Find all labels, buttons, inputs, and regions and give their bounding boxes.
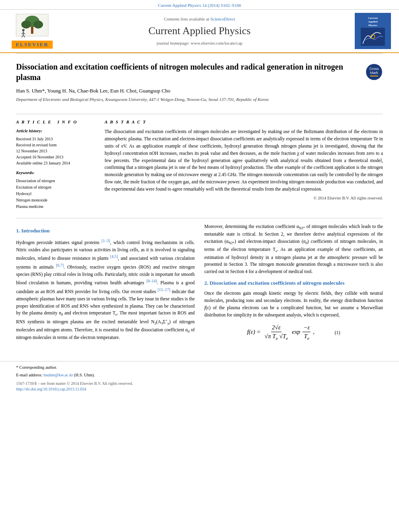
article-title-area: Dissociation and excitation coefficients… (16, 62, 359, 107)
article-title-section: Dissociation and excitation coefficients… (16, 62, 383, 110)
ref-6-7: [6,7] (56, 263, 64, 267)
journal-title: Current Applied Physics (64, 24, 335, 38)
history-label: Article history: (16, 128, 97, 134)
keyword-3: Hydroxyl (16, 191, 97, 197)
ref-1-3: [1–3] (101, 238, 110, 243)
intro-paragraph: Hydrogen peroxide initiates signal prote… (16, 238, 195, 341)
svg-text:Mark: Mark (370, 71, 378, 75)
footnote-asterisk: * Corresponding author. (16, 365, 57, 370)
keyword-2: Excitation of nitrogen (16, 184, 97, 191)
copyright-text: 1567-1739/$ – see front matter © 2014 El… (16, 381, 383, 386)
keyword-4: Nitrogen monoxide (16, 197, 97, 203)
article-info-heading: A R T I C L E I N F O (16, 119, 97, 125)
email-label: E-mail address: (16, 373, 43, 377)
keywords-list: Dissociation of nitrogen Excitation of n… (16, 178, 97, 210)
crossmark-icon: Cross Mark (365, 63, 383, 81)
svg-point-5 (22, 29, 25, 31)
email-line: E-mail address: hsuhm@kw.ac.kr (H.S. Uhm… (16, 372, 383, 378)
svg-point-3 (33, 21, 43, 29)
formula-1: f(ε) = 2√ε √π Te √Te exp −ε Te , (247, 323, 315, 342)
elsevier-logo-area: ELSEVIER (8, 13, 56, 49)
crossmark-badge: Cross Mark (365, 63, 383, 83)
article-authors: Han S. Uhm*, Young H. Na, Chae-Bok Lee, … (16, 87, 359, 94)
keyword-5: Plasma medicine (16, 203, 97, 210)
keywords-label: Keywords: (16, 170, 97, 176)
ref-8-14: [8–14] (146, 279, 157, 283)
corresponding-author-note: * Corresponding author. (16, 365, 383, 371)
section-1-number: 1. (16, 228, 21, 234)
article-right-column: Moreover, determining the excitation coe… (204, 223, 383, 347)
abstract-heading: A B S T R A C T (105, 119, 383, 125)
abstract-copyright: © 2014 Elsevier B.V. All rights reserved… (105, 195, 383, 201)
section-1-title: Introduction (21, 228, 50, 234)
ref-15-17: [15–17] (158, 288, 171, 292)
svg-text:Cross: Cross (369, 67, 379, 71)
keyword-1: Dissociation of nitrogen (16, 178, 97, 184)
journal-homepage: journal homepage: www.elsevier.com/locat… (64, 40, 335, 46)
article-dates: Received 31 July 2013 Received in revise… (16, 136, 97, 166)
footer-copyright: 1567-1739/$ – see front matter © 2014 El… (16, 381, 383, 392)
contents-available-text: Contents lists available at ScienceDirec… (64, 16, 335, 22)
authors-text: Han S. Uhm*, Young H. Na, Chae-Bok Lee, … (16, 88, 170, 94)
page-container: Current Applied Physics 14 (2014) S162–S… (0, 0, 399, 532)
section-2-title-text: Dissociation and excitation coefficients… (210, 280, 345, 286)
elsevier-wordmark: ELSEVIER (12, 41, 53, 49)
elsevier-tree-icon (14, 13, 50, 41)
formula-1-container: f(ε) = 2√ε √π Te √Te exp −ε Te , (1) (204, 323, 383, 342)
sciencedirect-link[interactable]: ScienceDirect (210, 16, 235, 21)
received-revised: Received in revised form (16, 142, 97, 148)
cover-image-icon (361, 28, 385, 46)
doi-link[interactable]: http://dx.doi.org/10.1016/j.cap.2013.11.… (16, 386, 383, 392)
svg-rect-11 (361, 28, 385, 46)
received-revised-date: 12 November 2013 (16, 148, 97, 154)
article-title: Dissociation and excitation coefficients… (16, 62, 359, 82)
email-suffix: (H.S. Uhm). (74, 373, 95, 377)
formula-1-number: (1) (335, 329, 340, 336)
svg-point-2 (21, 21, 31, 29)
cover-label: CurrentAppliedPhysics (368, 16, 378, 27)
article-info-abstract-section: A R T I C L E I N F O Article history: R… (16, 114, 383, 210)
journal-ref-text: Current Applied Physics 14 (2014) S162–S… (158, 3, 241, 8)
article-body: Dissociation and excitation coefficients… (0, 53, 399, 355)
abstract-text: The dissociation and excitation coeffici… (105, 128, 383, 193)
received-date: Received 31 July 2013 (16, 136, 97, 142)
journal-reference-bar: Current Applied Physics 14 (2014) S162–S… (0, 0, 399, 9)
accepted-date: Accepted 16 November 2013 (16, 154, 97, 160)
content-separator (16, 218, 383, 218)
article-left-column: 1. Introduction Hydrogen peroxide initia… (16, 223, 195, 347)
section-2-number: 2. (204, 280, 210, 286)
article-affiliation: Department of Electronic and Biological … (16, 97, 359, 103)
journal-title-area: Contents lists available at ScienceDirec… (56, 16, 343, 46)
article-content-area: 1. Introduction Hydrogen peroxide initia… (16, 223, 383, 347)
intro-continuation: Moreover, determining the excitation coe… (204, 223, 383, 275)
author-email-link[interactable]: hsuhm@kw.ac.kr (43, 373, 73, 377)
journal-cover-thumbnail: CurrentAppliedPhysics (355, 13, 391, 49)
section2-title: 2. Dissociation and excitation coefficie… (204, 279, 383, 287)
abstract-column: A B S T R A C T The dissociation and exc… (105, 119, 383, 210)
journal-cover-area: CurrentAppliedPhysics (343, 13, 391, 49)
article-footer: * Corresponding author. E-mail address: … (0, 361, 399, 392)
svg-rect-4 (31, 27, 33, 34)
intro-section-title: 1. Introduction (16, 227, 195, 234)
section2-paragraph: Once the electrons gain enough kinetic e… (204, 290, 383, 318)
ref-4-5: [4,5] (110, 254, 118, 259)
elsevier-box: ELSEVIER (8, 13, 56, 49)
article-info-column: A R T I C L E I N F O Article history: R… (16, 119, 97, 210)
available-online: Available online 23 January 2014 (16, 160, 97, 166)
journal-header: ELSEVIER Contents lists available at Sci… (0, 9, 399, 53)
